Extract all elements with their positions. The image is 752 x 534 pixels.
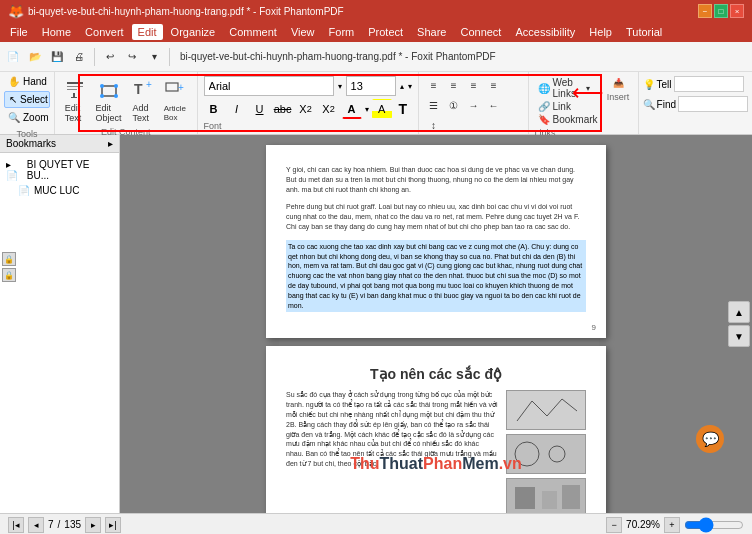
- section-content: Su sắc đó cụa thay ở cách sử dụng trong …: [286, 390, 586, 513]
- sidebar-item-bookmark2[interactable]: 📄 MUC LUC: [4, 183, 115, 198]
- menu-help[interactable]: Help: [583, 24, 618, 40]
- lock-panel: 🔒 🔒: [0, 250, 18, 284]
- undo-button[interactable]: ↩: [101, 48, 119, 66]
- edit-text-button[interactable]: Edit Text: [61, 76, 90, 125]
- italic-button[interactable]: I: [227, 99, 247, 119]
- insert-button[interactable]: 📥: [604, 76, 632, 90]
- menu-view[interactable]: View: [285, 24, 321, 40]
- scroll-up-button[interactable]: ▲: [728, 301, 750, 323]
- align-justify-button[interactable]: ≡: [485, 76, 503, 94]
- underline-button[interactable]: U: [250, 99, 270, 119]
- strikethrough-button[interactable]: abc: [273, 99, 293, 119]
- scroll-down-button[interactable]: ▼: [728, 325, 750, 347]
- lock-button2[interactable]: 🔒: [2, 268, 16, 282]
- edit-object-button[interactable]: Edit Object: [92, 76, 127, 125]
- font-size-inc-icon: ▴: [400, 82, 404, 91]
- zoom-button[interactable]: 🔍 Zoom: [4, 110, 50, 125]
- bookmark-button[interactable]: 🔖 Bookmark: [535, 113, 593, 126]
- window-controls[interactable]: − □ ×: [698, 4, 744, 18]
- menu-comment[interactable]: Comment: [223, 24, 283, 40]
- status-left: |◂ ◂ 7 / 135 ▸ ▸|: [8, 517, 121, 533]
- sidebar-title: Bookmarks: [6, 138, 56, 149]
- menu-accessibility[interactable]: Accessibility: [509, 24, 581, 40]
- bold-button[interactable]: B: [204, 99, 224, 119]
- hand-label: Hand: [23, 76, 47, 87]
- link-button[interactable]: 🔗 Link: [535, 100, 593, 113]
- prev-page-button[interactable]: ◂: [28, 517, 44, 533]
- link-label: Link: [553, 101, 571, 112]
- section-title: Tạo nên các sắc độ: [286, 366, 586, 382]
- bookmark-folder-icon: ▸📄: [6, 159, 23, 181]
- menu-form[interactable]: Form: [323, 24, 361, 40]
- svg-rect-4: [71, 97, 77, 98]
- new-button[interactable]: 📄: [4, 48, 22, 66]
- web-links-label: Web Links: [553, 77, 583, 99]
- indent-increase-button[interactable]: →: [465, 96, 483, 114]
- sidebar-item-bookmark1[interactable]: ▸📄 BI QUYET VE BU...: [4, 157, 115, 183]
- menu-bar: File Home Convert Edit Organize Comment …: [0, 22, 752, 42]
- minimize-button[interactable]: −: [698, 4, 712, 18]
- more-qa-button[interactable]: ▾: [145, 48, 163, 66]
- first-page-button[interactable]: |◂: [8, 517, 24, 533]
- numbered-button[interactable]: ①: [445, 96, 463, 114]
- title-bar-left: 🦊 bi-quyet-ve-but-chi-huynh-pham-huong-t…: [8, 4, 344, 19]
- menu-share[interactable]: Share: [411, 24, 452, 40]
- next-page-button[interactable]: ▸: [85, 517, 101, 533]
- last-page-button[interactable]: ▸|: [105, 517, 121, 533]
- hand-icon: ✋: [8, 76, 20, 87]
- font-color-button[interactable]: A: [342, 99, 362, 119]
- highlight-button[interactable]: A: [372, 99, 392, 119]
- font-size-input[interactable]: [346, 76, 396, 96]
- font-color-dropdown-icon[interactable]: ▾: [365, 105, 369, 114]
- add-article-box-label: Article Box: [164, 104, 187, 122]
- insert-section: 📥 Insert: [599, 72, 639, 134]
- indent-decrease-button[interactable]: ←: [485, 96, 503, 114]
- menu-protect[interactable]: Protect: [362, 24, 409, 40]
- close-button[interactable]: ×: [730, 4, 744, 18]
- menu-tutorial[interactable]: Tutorial: [620, 24, 668, 40]
- total-pages: 135: [64, 519, 81, 530]
- open-button[interactable]: 📂: [26, 48, 44, 66]
- align-right-button[interactable]: ≡: [465, 76, 483, 94]
- sketch-image-3: [506, 478, 586, 513]
- print-button[interactable]: 🖨: [70, 48, 88, 66]
- web-links-button[interactable]: 🌐 Web Links ▾: [535, 76, 593, 100]
- find-label: Find: [657, 99, 676, 110]
- zoom-out-button[interactable]: −: [606, 517, 622, 533]
- add-article-box-button[interactable]: + Article Box: [160, 77, 191, 124]
- hand-tool-button[interactable]: ✋ Hand: [4, 74, 50, 89]
- align-left-button[interactable]: ≡: [425, 76, 443, 94]
- font-row2: B I U abc X2 X2 A ▾ A T: [204, 99, 412, 119]
- menu-edit[interactable]: Edit: [132, 24, 163, 40]
- search-input-small[interactable]: [674, 76, 744, 92]
- superscript-button[interactable]: X2: [296, 99, 316, 119]
- add-text-button[interactable]: T+ Add Text: [128, 76, 157, 125]
- zoom-in-button[interactable]: +: [664, 517, 680, 533]
- align-center-button[interactable]: ≡: [445, 76, 463, 94]
- menu-home[interactable]: Home: [36, 24, 77, 40]
- redo-button[interactable]: ↪: [123, 48, 141, 66]
- zoom-slider[interactable]: [684, 517, 744, 533]
- insert-icon: 📥: [613, 78, 624, 88]
- lock-button1[interactable]: 🔒: [2, 252, 16, 266]
- subscript-button[interactable]: X2: [319, 99, 339, 119]
- menu-convert[interactable]: Convert: [79, 24, 130, 40]
- line-spacing-button[interactable]: ↕: [425, 116, 443, 134]
- sidebar-item-label2: MUC LUC: [34, 185, 80, 196]
- sidebar-expand-icon[interactable]: ▸: [108, 138, 113, 149]
- select-tool-button[interactable]: ↖ Select: [4, 91, 50, 108]
- menu-connect[interactable]: Connect: [454, 24, 507, 40]
- sidebar-content: ▸📄 BI QUYET VE BU... 📄 MUC LUC: [0, 153, 119, 513]
- maximize-button[interactable]: □: [714, 4, 728, 18]
- find-input[interactable]: [678, 96, 748, 112]
- chat-button[interactable]: 💬: [696, 425, 724, 453]
- menu-file[interactable]: File: [4, 24, 34, 40]
- menu-organize[interactable]: Organize: [165, 24, 222, 40]
- svg-text:T: T: [134, 81, 143, 97]
- font-section: ▾ ▴ ▾ B I U abc X2 X2 A ▾ A T Font: [198, 72, 419, 134]
- font-name-input[interactable]: [204, 76, 334, 96]
- select-label: Select: [20, 94, 48, 105]
- bullet-button[interactable]: ☰: [425, 96, 443, 114]
- page-separator: /: [58, 519, 61, 530]
- save-button[interactable]: 💾: [48, 48, 66, 66]
